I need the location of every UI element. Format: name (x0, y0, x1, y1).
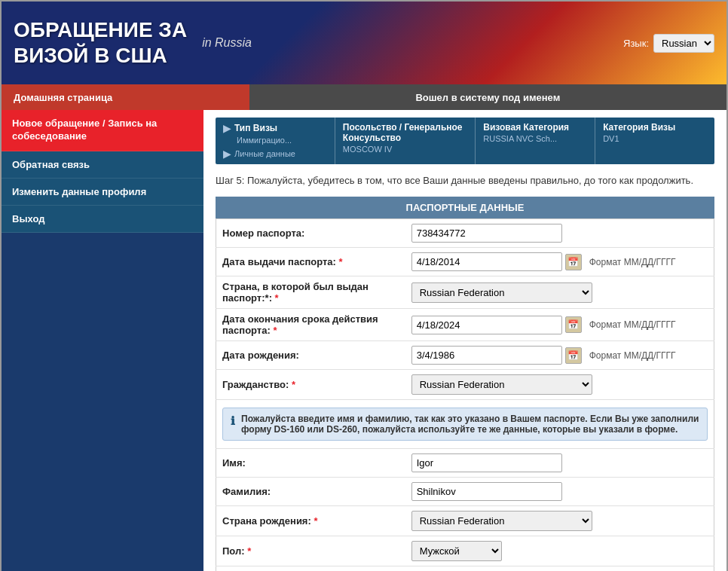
navbar-user: Вошел в систему под именем (249, 84, 726, 110)
birth-date-field: 📅 Формат ММ/ДД/ГГГГ (411, 346, 708, 365)
step-info: Шаг 5: Пожалуйста, убедитесь в том, что … (216, 175, 714, 186)
select-gender[interactable]: Мужской Женский (411, 541, 502, 561)
wizard-step-visa-cat2: Категория Визы DV1 (595, 118, 714, 164)
select-citizenship[interactable]: Russian Federation United States Germany (411, 374, 592, 395)
calendar-icon-birth[interactable]: 📅 (565, 347, 582, 364)
home-link: Домашняя страница (14, 92, 112, 103)
table-row-passport-number: Номер паспорта: (216, 219, 714, 248)
chevron-right-icon2: ▶ (223, 148, 231, 160)
header-title: ОБРАЩЕНИЕ ЗА ВИЗОЙ В США (14, 17, 187, 68)
step4-title: Категория Визы (603, 122, 707, 133)
select-passport-country[interactable]: Russian Federation United States Germany (411, 282, 592, 303)
label-priority-date: Приоритетная дата: (216, 566, 405, 572)
label-first-name: Имя: (216, 449, 405, 478)
info-message: Пожалуйста введите имя и фамилию, так ка… (241, 414, 699, 435)
content-area: ▶ Тип Визы Иммиграцио... ▶ Личные данные… (203, 110, 726, 571)
logged-in-label: Вошел в систему под именем (415, 92, 560, 103)
format-hint-issue: Формат ММ/ДД/ГГГГ (589, 257, 676, 267)
format-hint-birth: Формат ММ/ДД/ГГГГ (589, 350, 676, 361)
header-subtitle: in Russia (202, 36, 252, 50)
step3-title: Визовая Категория (483, 122, 587, 133)
expiry-date-field: 📅 Формат ММ/ДД/ГГГГ (411, 316, 708, 334)
label-passport-country: Страна, в которой был выдан паспорт:*: * (216, 276, 405, 309)
calendar-icon-issue[interactable]: 📅 (565, 254, 582, 270)
step3-sub: RUSSIA NVC Sch... (483, 134, 587, 143)
table-row-birth-country: Страна рождения: * Russian Federation Un… (216, 506, 714, 536)
table-row-priority-date: Приоритетная дата: 📅 Формат ММ/ДД/ГГГГ (216, 566, 714, 572)
wizard-step-embassy: Посольство / Генеральное Консульство MOS… (335, 118, 475, 164)
required-marker6: * (247, 545, 251, 557)
sidebar-item-change-profile[interactable]: Изменить данные профиля (2, 179, 203, 206)
wizard-step-visa-category: Визовая Категория RUSSIA NVC Sch... (476, 118, 595, 164)
header: ОБРАЩЕНИЕ ЗА ВИЗОЙ В США in Russia Язык:… (2, 2, 726, 84)
label-gender: Пол: * (216, 536, 405, 566)
info-icon: ℹ (231, 414, 235, 428)
form-section-header: ПАСПОРТНЫЕ ДАННЫЕ (216, 197, 714, 218)
required-marker2: * (275, 292, 279, 304)
step1-title: Тип Визы (234, 123, 277, 133)
title-line2: ВИЗОЙ В США (14, 44, 167, 67)
language-selector[interactable]: Язык: Russian English (623, 34, 714, 53)
lang-select[interactable]: Russian English (653, 34, 714, 53)
label-last-name: Фамилия: (216, 478, 405, 506)
table-row-expiry-date: Дата окончания срока действия паспорта: … (216, 309, 714, 341)
navbar-home[interactable]: Домашняя страница (2, 84, 249, 110)
issue-date-field: 📅 Формат ММ/ДД/ГГГГ (411, 252, 708, 271)
sidebar-item-logout[interactable]: Выход (2, 206, 203, 233)
wizard-steps: ▶ Тип Визы Иммиграцио... ▶ Личные данные… (216, 118, 714, 164)
input-issue-date[interactable] (411, 252, 562, 271)
calendar-icon-expiry[interactable]: 📅 (565, 316, 582, 333)
table-row-citizenship: Гражданство: * Russian Federation United… (216, 370, 714, 400)
passport-form-table: Номер паспорта: Дата выдачи паспорта: * (216, 218, 714, 571)
table-row-birth-date: Дата рождения: 📅 Формат ММ/ДД/ГГГГ (216, 341, 714, 370)
label-issue-date: Дата выдачи паспорта: * (216, 248, 405, 276)
label-expiry-date: Дата окончания срока действия паспорта: … (216, 309, 405, 341)
step2-sub: MOSCOW IV (343, 145, 467, 154)
step1-sub2: Личные данные (234, 149, 295, 158)
table-row-first-name: Имя: (216, 449, 714, 478)
navbar: Домашняя страница Вошел в систему под им… (2, 84, 726, 110)
step2-title: Посольство / Генеральное Консульство (343, 122, 467, 143)
table-row-passport-country: Страна, в которой был выдан паспорт:*: *… (216, 276, 714, 309)
table-row-info: ℹ Пожалуйста введите имя и фамилию, так … (216, 400, 714, 449)
select-birth-country[interactable]: Russian Federation United States Germany (411, 511, 592, 531)
title-line1: ОБРАЩЕНИЕ ЗА (14, 18, 187, 41)
label-passport-number: Номер паспорта: (216, 219, 405, 248)
table-row-gender: Пол: * Мужской Женский (216, 536, 714, 566)
chevron-right-icon: ▶ (223, 122, 231, 134)
main-layout: Новое обращение / Запись на собеседовани… (2, 110, 726, 571)
step4-sub: DV1 (603, 134, 707, 143)
sidebar-item-feedback[interactable]: Обратная связь (2, 151, 203, 179)
lang-label: Язык: (623, 38, 649, 49)
input-expiry-date[interactable] (411, 316, 562, 334)
required-marker3: * (273, 325, 277, 336)
input-first-name[interactable] (411, 453, 562, 472)
input-birth-date[interactable] (411, 346, 562, 365)
required-marker4: * (292, 379, 295, 390)
step1-sub: Иммиграцио... (223, 136, 327, 145)
header-left: ОБРАЩЕНИЕ ЗА ВИЗОЙ В США in Russia (14, 17, 252, 68)
sidebar-item-new-application[interactable]: Новое обращение / Запись на собеседовани… (2, 110, 203, 151)
sidebar: Новое обращение / Запись на собеседовани… (2, 110, 203, 571)
table-row-issue-date: Дата выдачи паспорта: * 📅 Формат ММ/ДД/Г… (216, 248, 714, 276)
input-last-name[interactable] (411, 482, 562, 501)
required-marker5: * (314, 515, 317, 527)
required-marker: * (339, 256, 343, 267)
label-citizenship: Гражданство: * (216, 370, 405, 400)
info-box: ℹ Пожалуйста введите имя и фамилию, так … (222, 408, 708, 441)
table-row-last-name: Фамилия: (216, 478, 714, 506)
format-hint-expiry: Формат ММ/ДД/ГГГГ (589, 319, 676, 330)
wizard-step-visa-type: ▶ Тип Визы Иммиграцио... ▶ Личные данные (216, 118, 335, 164)
input-passport-number[interactable] (411, 224, 562, 243)
label-birth-country: Страна рождения: * (216, 506, 405, 536)
label-birth-date: Дата рождения: (216, 341, 405, 370)
